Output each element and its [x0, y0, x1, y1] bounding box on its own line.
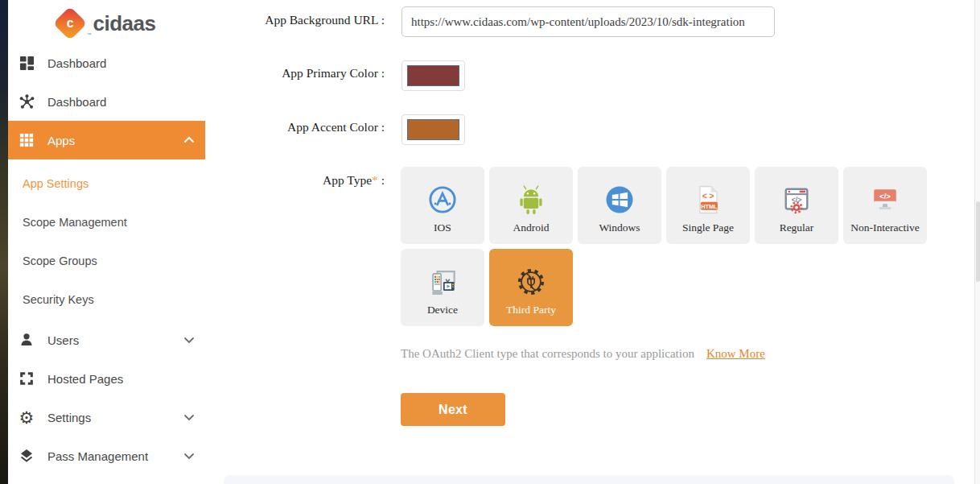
helper-text: The OAuth2 Client type that corresponds … — [401, 347, 694, 360]
sidebar-subitem-security-keys[interactable]: Security Keys — [8, 280, 205, 319]
app-type-tile-single-page[interactable]: < > HTML Single Page — [666, 167, 750, 244]
primary-color-swatch — [407, 65, 459, 86]
app-type-options: IOS Android — [401, 167, 932, 326]
sidebar-item-label: Apps — [47, 134, 183, 147]
app-primary-color-label: App Primary Color : — [205, 66, 385, 81]
sidebar-item-settings[interactable]: ⚙ Settings — [8, 398, 205, 436]
sidebar-item-dashboard-2[interactable]: Dashboard — [8, 82, 205, 121]
app-window: c ™ cidaas Dashboard — [0, 0, 980, 484]
app-type-colon: : — [378, 173, 385, 187]
next-section-panel-edge — [224, 475, 954, 484]
app-type-tile-third-party[interactable]: Third Party — [489, 249, 573, 326]
tile-label: IOS — [434, 221, 451, 234]
tile-label: Non-Interactive — [850, 221, 919, 234]
android-robot-icon — [512, 180, 550, 219]
network-hub-icon — [18, 93, 35, 110]
app-type-tile-android[interactable]: Android — [489, 167, 573, 244]
brand-name: cidaas — [93, 11, 156, 36]
required-asterisk: * — [372, 173, 378, 187]
brand-logo[interactable]: c ™ cidaas — [8, 0, 205, 43]
cidaas-diamond-icon: c — [52, 6, 86, 40]
sidebar-subitem-scope-groups[interactable]: Scope Groups — [8, 242, 205, 280]
app-type-tile-device[interactable]: Device — [401, 249, 484, 326]
sidebar-item-label: Users — [47, 333, 183, 347]
chevron-up-icon — [183, 134, 196, 147]
third-party-gear-plug-icon — [512, 263, 550, 301]
next-button[interactable]: Next — [401, 393, 505, 426]
browser-code-gear-icon: </> — [777, 180, 816, 219]
sidebar-item-pass-management[interactable]: Pass Management — [8, 436, 205, 475]
svg-text:< >: < > — [702, 192, 714, 201]
tile-label: Windows — [599, 221, 640, 234]
main-content: App Background URL : App Primary Color :… — [205, 0, 974, 484]
monitor-code-icon: </> — [866, 180, 904, 219]
vertical-scrollbar[interactable] — [974, 0, 980, 484]
sidebar-item-label: Hosted Pages — [47, 372, 196, 386]
sidebar-item-dashboard-1[interactable]: Dashboard — [8, 43, 205, 82]
sidebar-item-label: Dashboard — [47, 95, 196, 109]
app-type-tile-regular[interactable]: </> Regular — [755, 167, 838, 244]
sidebar-subitem-app-settings[interactable]: App Settings — [8, 164, 205, 203]
app-type-tile-ios[interactable]: IOS — [401, 167, 484, 244]
svg-text:</>: </> — [879, 192, 891, 201]
chevron-down-icon — [183, 333, 196, 346]
sidebar-item-hosted-pages[interactable]: Hosted Pages — [8, 359, 205, 398]
sidebar-item-label: Pass Management — [47, 449, 183, 463]
sidebar-item-label: Settings — [47, 411, 183, 424]
svg-text:HTML: HTML — [701, 202, 718, 209]
sidebar: c ™ cidaas Dashboard — [8, 0, 205, 484]
chevron-down-icon — [183, 411, 196, 424]
gear-icon: ⚙ — [18, 408, 35, 426]
sidebar-item-users[interactable]: Users — [8, 321, 205, 359]
layers-icon — [18, 447, 35, 465]
ios-appstore-icon — [423, 180, 462, 219]
windows-logo-icon — [600, 180, 639, 219]
tile-label: Single Page — [682, 221, 734, 234]
sidebar-item-apps[interactable]: Apps — [8, 121, 205, 159]
app-background-url-input[interactable] — [401, 6, 775, 37]
app-background-url-label: App Background URL : — [205, 13, 385, 27]
tile-label: Third Party — [506, 304, 556, 316]
tile-label: Regular — [780, 221, 814, 234]
apps-submenu: App Settings Scope Management Scope Grou… — [8, 159, 205, 321]
know-more-link[interactable]: Know More — [706, 347, 765, 361]
html-file-icon: < > HTML — [689, 180, 727, 219]
app-type-tile-non-interactive[interactable]: </> Non-Interactive — [843, 167, 927, 244]
tile-label: Android — [513, 221, 550, 234]
app-type-label: App Type* : — [205, 173, 385, 188]
accent-color-swatch — [407, 119, 459, 140]
fullscreen-corners-icon — [18, 370, 35, 387]
app-type-label-text: App Type — [323, 173, 372, 187]
app-accent-color-label: App Accent Color : — [205, 120, 385, 134]
sidebar-item-label: Dashboard — [47, 56, 196, 70]
scrollbar-thumb[interactable] — [976, 201, 980, 282]
app-primary-color-picker[interactable] — [401, 60, 465, 91]
dashboard-tiles-icon — [18, 54, 35, 72]
apps-grid-icon — [18, 131, 35, 149]
logo-letter: c — [66, 16, 73, 31]
multi-device-icon — [423, 263, 462, 301]
sidebar-subitem-scope-management[interactable]: Scope Management — [8, 203, 205, 242]
app-type-tile-windows[interactable]: Windows — [578, 167, 661, 244]
chevron-down-icon — [183, 449, 196, 462]
background-image-strip — [0, 0, 8, 484]
app-accent-color-picker[interactable] — [401, 114, 465, 145]
trademark-mark: ™ — [87, 32, 92, 37]
tile-label: Device — [427, 304, 458, 316]
oauth2-helper-text: The OAuth2 Client type that corresponds … — [401, 347, 765, 361]
user-icon — [18, 331, 35, 349]
